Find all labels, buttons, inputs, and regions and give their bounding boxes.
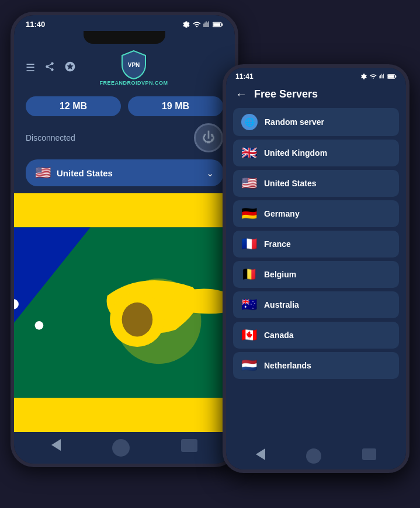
header-icons-left: ☰	[26, 61, 76, 75]
server-name-ca: Canada	[264, 330, 294, 340]
svg-rect-3	[213, 23, 220, 26]
status-icons-left	[182, 20, 223, 29]
country-flag: 🇺🇸	[35, 165, 51, 180]
share-icon[interactable]	[44, 61, 55, 75]
server-flag-uk: 🇬🇧	[241, 145, 257, 161]
svg-rect-5	[14, 193, 235, 227]
country-selector[interactable]: 🇺🇸 United States ⌄	[26, 159, 223, 186]
settings-icon-right	[360, 73, 367, 80]
svg-point-14	[35, 321, 44, 330]
server-header: ← Free Servers	[226, 83, 406, 108]
back-button[interactable]: ←	[235, 88, 247, 101]
server-name-au: Australia	[264, 300, 299, 309]
download-stat: 12 MB	[26, 96, 121, 116]
server-flag-us: 🇺🇸	[241, 176, 257, 191]
server-flag-au: 🇦🇺	[241, 297, 257, 312]
logo-text: FREEANDROIDVPN.COM	[99, 80, 168, 86]
settings-icon	[182, 20, 190, 29]
home-nav-button-right[interactable]	[306, 448, 321, 464]
back-nav-button-right[interactable]	[256, 448, 265, 460]
server-flag-nl: 🇳🇱	[241, 358, 257, 373]
server-flag-ca: 🇨🇦	[241, 328, 257, 343]
server-item-random[interactable]: 🌐 Random server	[233, 108, 399, 136]
server-name-nl: Netherlands	[264, 361, 311, 370]
power-button[interactable]: ⏻	[194, 123, 223, 152]
bottom-nav-right	[226, 443, 406, 469]
server-flag-be: 🇧🇪	[241, 267, 257, 282]
country-name: United States	[57, 168, 200, 178]
signal-icon-left	[203, 20, 210, 29]
server-name-uk: United Kingdom	[264, 148, 327, 158]
signal-icon-right	[379, 73, 385, 80]
svg-rect-2	[221, 23, 223, 26]
server-item-us[interactable]: 🇺🇸 United States	[233, 170, 399, 197]
svg-point-10	[122, 302, 153, 336]
rate-icon[interactable]	[64, 61, 76, 75]
status-bar-right: 11:41	[226, 68, 406, 83]
upload-stat: 19 MB	[128, 96, 223, 116]
server-list: 🌐 Random server 🇬🇧 United Kingdom 🇺🇸 Uni…	[226, 108, 406, 443]
svg-text:VPN: VPN	[128, 62, 140, 68]
recents-nav-button-right[interactable]	[362, 448, 376, 460]
stats-row: 12 MB 19 MB	[14, 92, 235, 121]
logo-area: VPN FREEANDROIDVPN.COM	[99, 50, 168, 86]
time-left: 11:40	[26, 20, 45, 29]
logo-shield-icon: VPN	[120, 50, 148, 80]
notch-left	[14, 31, 235, 44]
battery-icon-right	[387, 74, 397, 79]
svg-rect-16	[14, 398, 235, 432]
back-nav-button[interactable]	[51, 439, 61, 451]
phone-left: 11:40 ☰	[11, 12, 238, 467]
connection-row: Disconnected ⏻	[14, 121, 235, 157]
wifi-icon-left	[193, 20, 201, 29]
server-name-fr: France	[264, 239, 291, 249]
menu-icon[interactable]: ☰	[26, 61, 35, 74]
wifi-icon-right	[370, 73, 377, 80]
server-flag-fr: 🇫🇷	[241, 236, 257, 252]
connection-status: Disconnected	[26, 133, 75, 142]
status-icons-right	[360, 73, 397, 80]
svg-rect-19	[395, 75, 396, 77]
flag-display	[14, 193, 235, 432]
server-item-uk[interactable]: 🇬🇧 United Kingdom	[233, 140, 399, 166]
phone-right: 11:41 ← Free Servers 🌐 Random server 🇬🇧 …	[223, 64, 409, 473]
server-item-nl[interactable]: 🇳🇱 Netherlands	[233, 352, 399, 379]
battery-icon-left	[213, 21, 223, 28]
server-name-us: United States	[264, 179, 316, 188]
server-item-ca[interactable]: 🇨🇦 Canada	[233, 322, 399, 349]
time-right: 11:41	[235, 72, 254, 81]
chevron-down-icon: ⌄	[206, 168, 214, 179]
server-item-be[interactable]: 🇧🇪 Belgium	[233, 261, 399, 288]
globe-icon: 🌐	[241, 114, 258, 130]
home-nav-button[interactable]	[112, 439, 130, 457]
app-header-left: ☰ VPN FREEANDROIDVPN.COM	[14, 44, 235, 92]
server-name-de: Germany	[264, 209, 300, 218]
bottom-nav-left	[14, 432, 235, 464]
country-flag-image	[14, 193, 235, 432]
server-item-de[interactable]: 🇩🇪 Germany	[233, 200, 399, 227]
server-item-fr[interactable]: 🇫🇷 France	[233, 231, 399, 258]
server-name-random: Random server	[265, 117, 324, 127]
server-flag-de: 🇩🇪	[241, 206, 257, 221]
recents-nav-button[interactable]	[181, 439, 197, 452]
server-list-title: Free Servers	[254, 88, 318, 100]
status-bar-left: 11:40	[14, 15, 235, 31]
svg-rect-20	[388, 75, 394, 78]
power-icon: ⏻	[202, 130, 215, 145]
server-item-au[interactable]: 🇦🇺 Australia	[233, 291, 399, 318]
server-name-be: Belgium	[264, 270, 296, 279]
